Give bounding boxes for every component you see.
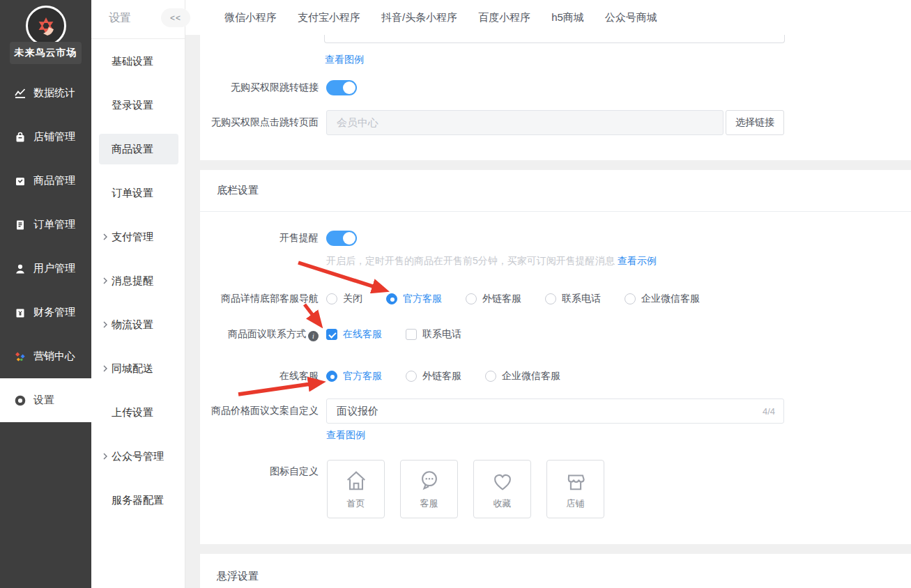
toggle-knob (343, 232, 355, 245)
subnav-official-account-mgmt[interactable]: 公众号管理 (91, 441, 185, 472)
chevron-right-icon (101, 364, 109, 373)
sidebar-item-label: 设置 (33, 394, 54, 407)
no-permission-page-label: 无购买权限点击跳转页面 (200, 116, 319, 129)
online-service-label: 在线客服 (200, 370, 319, 382)
platform-tabbar: 微信小程序 支付宝小程序 抖音/头条小程序 百度小程序 h5商城 公众号商城 (185, 0, 911, 35)
subnav-city-delivery[interactable]: 同城配送 (91, 353, 185, 384)
radio-icon (326, 293, 337, 304)
sale-reminder-help: 开启后，定时开售的商品在开售前5分钟，买家可订阅开售提醒消息 查看示例 (326, 255, 657, 268)
sidebar-item-store-mgmt[interactable]: 店铺管理 (0, 115, 91, 159)
sidebar-item-label: 营销中心 (33, 350, 75, 363)
view-example-link[interactable]: 查看图例 (326, 429, 365, 442)
checkbox-online-service[interactable]: 在线客服 (326, 328, 382, 341)
marketing-icon (14, 350, 26, 363)
sale-reminder-toggle[interactable] (326, 231, 357, 246)
subnav-login-settings[interactable]: 登录设置 (91, 90, 185, 121)
subnav-upload-settings[interactable]: 上传设置 (91, 397, 185, 428)
clipped-input[interactable] (324, 35, 785, 43)
collapse-sidebar-button[interactable]: << (161, 8, 190, 27)
icon-card-service[interactable]: 客服 (400, 460, 458, 518)
price-text-input[interactable]: 面议报价 4/4 (326, 399, 784, 424)
radio-official-service[interactable]: 官方客服 (386, 293, 442, 305)
gear-icon (14, 394, 26, 407)
tab-douyin-miniprogram[interactable]: 抖音/头条小程序 (381, 11, 457, 24)
service-nav-options: 关闭 官方客服 外链客服 联系电话 企业微信客服 (326, 292, 700, 306)
no-permission-toggle-label: 无购买权限跳转链接 (200, 82, 319, 94)
radio-icon (406, 371, 417, 382)
sidebar-item-settings[interactable]: 设置 (0, 378, 91, 422)
radio-icon (545, 293, 556, 304)
icon-card-store[interactable]: 店铺 (546, 460, 604, 518)
bottom-bar-settings-card: 底栏设置 开售提醒 开启后，定时开售的商品在开售前5分钟，买家可订阅开售提醒消息… (200, 170, 911, 544)
sidebar-item-label: 店铺管理 (33, 130, 75, 144)
radio-external-service[interactable]: 外链客服 (406, 370, 461, 382)
tab-baidu-miniprogram[interactable]: 百度小程序 (478, 11, 530, 24)
settings-sidebar-title: 设置 (109, 11, 131, 26)
subnav-goods-settings[interactable]: 商品设置 (99, 134, 178, 164)
store-icon (562, 469, 589, 493)
radio-contact-phone[interactable]: 联系电话 (545, 293, 601, 305)
goods-icon (14, 175, 26, 187)
settings-card-top: 查看图例 无购买权限跳转链接 无购买权限点击跳转页面 会员中心 选择链接 (200, 35, 911, 160)
radio-external-service[interactable]: 外链客服 (466, 293, 521, 305)
sidebar-item-label: 财务管理 (33, 306, 75, 319)
subnav-basic-settings[interactable]: 基础设置 (91, 46, 185, 77)
radio-icon (466, 293, 477, 304)
radio-icon (485, 371, 496, 382)
view-sample-link[interactable]: 查看示例 (618, 255, 657, 266)
toggle-knob (343, 82, 355, 94)
icon-card-favorite[interactable]: 收藏 (473, 460, 531, 518)
user-icon (14, 263, 26, 275)
divider (91, 38, 185, 39)
radio-wecom-service[interactable]: 企业微信客服 (485, 370, 560, 382)
settings-sidebar: 设置 << 基础设置 登录设置 商品设置 订单设置 支付管理 消息提醒 物流设置… (91, 0, 185, 588)
shop-icon (14, 131, 26, 144)
sidebar-item-label: 订单管理 (33, 218, 75, 231)
sidebar-item-goods-mgmt[interactable]: 商品管理 (0, 159, 91, 203)
subnav-logistics-settings[interactable]: 物流设置 (91, 309, 185, 340)
service-nav-label: 商品详情底部客服导航 (200, 293, 319, 305)
radio-icon (625, 293, 636, 304)
sidebar-item-statistics[interactable]: 数据统计 (0, 71, 91, 115)
radio-official-service[interactable]: 官方客服 (326, 370, 382, 382)
chevron-right-icon (101, 233, 109, 241)
view-example-link[interactable]: 查看图例 (325, 54, 364, 66)
negotiable-contact-options: 在线客服 联系电话 (326, 327, 461, 341)
no-permission-page-input[interactable]: 会员中心 (326, 110, 724, 135)
brand-logo-icon (26, 6, 66, 46)
choose-link-button[interactable]: 选择链接 (726, 110, 784, 135)
card-title: 底栏设置 (217, 184, 259, 197)
icon-card-home[interactable]: 首页 (327, 460, 385, 518)
sidebar-item-finance-mgmt[interactable]: 财务管理 (0, 291, 91, 334)
tab-h5-mall[interactable]: h5商城 (551, 11, 584, 24)
tab-official-account-mall[interactable]: 公众号商城 (605, 11, 657, 24)
radio-close[interactable]: 关闭 (326, 293, 362, 305)
sidebar-item-label: 商品管理 (33, 174, 75, 187)
checkbox-contact-phone[interactable]: 联系电话 (406, 328, 461, 341)
divider (200, 211, 911, 212)
chevron-right-icon (101, 277, 109, 285)
home-icon (343, 469, 369, 493)
subnav-order-settings[interactable]: 订单设置 (91, 178, 185, 208)
subnav-message-reminder[interactable]: 消息提醒 (91, 265, 185, 296)
sidebar-item-label: 数据统计 (33, 86, 75, 100)
order-icon (14, 219, 26, 231)
sale-reminder-label: 开售提醒 (200, 232, 319, 245)
service-icon (416, 469, 443, 493)
sidebar-item-marketing[interactable]: 营销中心 (0, 334, 91, 378)
sidebar-item-order-mgmt[interactable]: 订单管理 (0, 203, 91, 247)
tab-alipay-miniprogram[interactable]: 支付宝小程序 (298, 11, 360, 24)
tab-wechat-miniprogram[interactable]: 微信小程序 (224, 11, 277, 24)
favorite-icon (489, 469, 516, 493)
finance-icon (14, 307, 26, 319)
radio-wecom-service[interactable]: 企业微信客服 (625, 293, 700, 305)
sidebar-item-label: 用户管理 (33, 262, 75, 275)
no-permission-toggle[interactable] (326, 80, 357, 95)
negotiable-contact-label: 商品面议联系方式i (200, 328, 319, 341)
card-title: 悬浮设置 (217, 570, 259, 583)
primary-sidebar: 未来鸟云市场 数据统计 店铺管理 商品管理 订单管理 (0, 0, 91, 588)
subnav-payment-mgmt[interactable]: 支付管理 (91, 222, 185, 252)
subnav-server-config[interactable]: 服务器配置 (91, 485, 185, 516)
sidebar-item-user-mgmt[interactable]: 用户管理 (0, 247, 91, 291)
radio-icon-selected (326, 371, 337, 382)
